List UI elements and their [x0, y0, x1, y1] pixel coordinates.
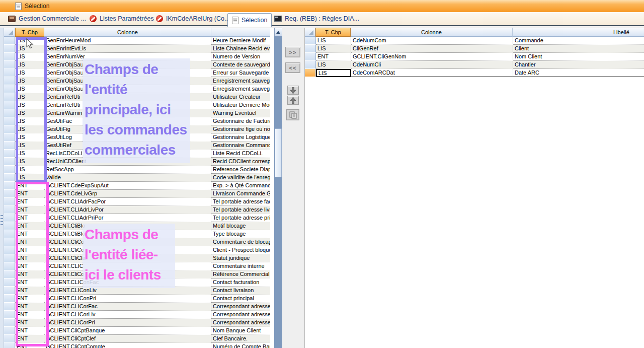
cell-libelle[interactable]: Recid CDClient correspo: [211, 158, 270, 166]
cell-libelle[interactable]: Commande: [513, 37, 644, 45]
cell-colonne[interactable]: GCLIENT.CLIConPri: [44, 295, 211, 303]
cell-colonne[interactable]: GCLIENT.CliCptCompte: [44, 343, 211, 348]
row-selector[interactable]: [305, 37, 316, 45]
row-selector[interactable]: [4, 133, 15, 142]
cell-libelle[interactable]: Liste Recid CDCoLi.: [211, 150, 270, 158]
cell-libelle[interactable]: Enregistrement sauvega: [211, 85, 270, 93]
row-selector[interactable]: [4, 69, 15, 77]
cell-libelle[interactable]: Clef Bancaire.: [211, 335, 270, 343]
left-splitter-strip[interactable]: [0, 28, 4, 348]
row-selector[interactable]: [305, 61, 316, 69]
cell-libelle[interactable]: Exp. > à Qté Commandé: [211, 182, 270, 190]
cell-colonne[interactable]: GCLIENT.CLIAdrPriPor: [44, 214, 211, 222]
cell-libelle[interactable]: Statut juridique: [211, 254, 270, 262]
cell-colonne[interactable]: GenEnrIntEvtLis: [44, 45, 211, 53]
cell-libelle[interactable]: Numéro de Compte Ban: [211, 343, 270, 348]
row-selector[interactable]: [4, 158, 15, 166]
cell-libelle[interactable]: Correspondant adresse p: [211, 319, 270, 327]
cell-libelle[interactable]: Client - Prospect bloqué: [211, 246, 270, 254]
remove-all-button[interactable]: <<: [285, 62, 300, 73]
cell-libelle[interactable]: Livraison Commande Gr: [211, 190, 270, 198]
row-selector[interactable]: [4, 190, 15, 198]
cell-libelle[interactable]: Contact facturation: [211, 279, 270, 287]
row-selector[interactable]: [4, 327, 15, 335]
row-selector[interactable]: [4, 85, 15, 93]
cell-libelle[interactable]: Commentaire de blocage: [211, 238, 270, 246]
cell-colonne[interactable]: GCLIENT.CLICorLiv: [44, 311, 211, 319]
move-up-button[interactable]: [287, 96, 299, 105]
row-selector[interactable]: [4, 45, 15, 53]
cell-libelle[interactable]: Gestionnaire de Factura: [211, 117, 270, 125]
row-selector[interactable]: [4, 166, 15, 174]
column-header-tchp[interactable]: T. Chp: [315, 28, 351, 37]
row-selector[interactable]: [4, 101, 15, 109]
cell-colonne[interactable]: Valide: [44, 174, 211, 182]
row-selector[interactable]: [305, 53, 316, 61]
row-selector[interactable]: [4, 117, 15, 125]
cell-libelle[interactable]: Commentaire interne: [211, 262, 270, 270]
cell-colonne[interactable]: GCLIENT.CdeLivGrp: [44, 190, 211, 198]
tab-ikmcdearelurg[interactable]: IKmCdeARelUrg (Co...: [152, 12, 233, 25]
scrollbar-thumb[interactable]: [275, 128, 282, 177]
row-selector[interactable]: [4, 254, 15, 262]
row-selector[interactable]: [4, 182, 15, 190]
row-selector[interactable]: [4, 77, 15, 85]
row-selector[interactable]: [4, 335, 15, 343]
cell-libelle[interactable]: Tel portable adresse livr: [211, 206, 270, 214]
cell-colonne[interactable]: CdeNumCli: [351, 61, 513, 69]
row-selector[interactable]: [4, 230, 15, 238]
move-down-button[interactable]: [287, 86, 299, 95]
cell-colonne[interactable]: GCLIENT.CLIAdrLivPor: [44, 206, 211, 214]
row-selector[interactable]: [4, 174, 15, 182]
cell-colonne[interactable]: GCLIENT.CliCptBanque: [44, 327, 211, 335]
column-header-colonne[interactable]: Colonne: [351, 28, 513, 37]
row-selector[interactable]: [4, 150, 15, 158]
cell-colonne[interactable]: GCLIENT.CLICorFac: [44, 303, 211, 311]
column-header-libelle[interactable]: Libellé: [513, 28, 644, 37]
column-header-libelle[interactable]: [211, 28, 270, 37]
cell-colonne[interactable]: CdeComARCDat: [351, 69, 513, 77]
row-selector[interactable]: [4, 142, 15, 150]
cell-libelle[interactable]: Contexte de sauvegarde: [211, 61, 270, 69]
row-selector[interactable]: [4, 303, 15, 311]
row-selector[interactable]: [4, 222, 15, 230]
cell-colonne[interactable]: GCLIENT.CLICorPri: [44, 319, 211, 327]
cell-libelle[interactable]: Contact principal: [211, 295, 270, 303]
cell-libelle[interactable]: Nom Banque Client: [211, 327, 270, 335]
cell-libelle[interactable]: Utilisateur Createur: [211, 93, 270, 101]
row-selector[interactable]: [4, 343, 15, 348]
add-all-button[interactable]: >>: [285, 47, 300, 57]
cell-libelle[interactable]: Gestionnaire Commande: [211, 142, 270, 150]
row-selector[interactable]: [4, 214, 15, 222]
row-selector[interactable]: [4, 270, 15, 279]
cell-libelle[interactable]: Liste Chainee Recid evt: [211, 45, 270, 53]
table-row[interactable]: ENTGCLIENT.CliGenNomNom Client: [305, 53, 644, 61]
row-selector[interactable]: [4, 125, 15, 133]
row-selector[interactable]: [4, 198, 15, 206]
row-selector[interactable]: [4, 238, 15, 246]
table-row[interactable]: LISCdeNumComCommande: [305, 37, 644, 45]
row-selector[interactable]: [4, 37, 15, 45]
row-selector[interactable]: [4, 246, 15, 254]
row-selector[interactable]: [4, 206, 15, 214]
cell-tchp[interactable]: LIS: [316, 45, 351, 53]
cell-libelle[interactable]: Référence Commercial: [211, 270, 270, 279]
cell-colonne[interactable]: GCLIENT.CliCptClef: [44, 335, 211, 343]
column-header-colonne[interactable]: Colonne: [44, 28, 211, 37]
row-selector[interactable]: [4, 311, 15, 319]
select-all-corner[interactable]: [305, 28, 315, 37]
cell-libelle[interactable]: Numero de Version: [211, 53, 270, 61]
copy-button[interactable]: [286, 109, 299, 120]
cell-libelle[interactable]: Warning Eventuel: [211, 109, 270, 117]
row-selector[interactable]: [4, 287, 15, 295]
cell-colonne[interactable]: GCLIENT.CLIAdrFacPor: [44, 198, 211, 206]
vertical-scrollbar[interactable]: [274, 28, 282, 348]
cell-libelle[interactable]: Nom Client: [513, 53, 644, 61]
tab-gestion-commerciale[interactable]: Gestion Commerciale ...: [4, 12, 90, 25]
cell-tchp[interactable]: ENT: [316, 53, 351, 61]
cell-tchp[interactable]: LIS: [316, 37, 351, 45]
cell-libelle[interactable]: Motif blocage: [211, 222, 270, 230]
cell-libelle[interactable]: Gestionnaire Logistique: [211, 133, 270, 142]
cell-libelle[interactable]: Gestionnaire fige ou non: [211, 125, 270, 133]
column-header-tchp[interactable]: T. Chp: [15, 28, 44, 37]
